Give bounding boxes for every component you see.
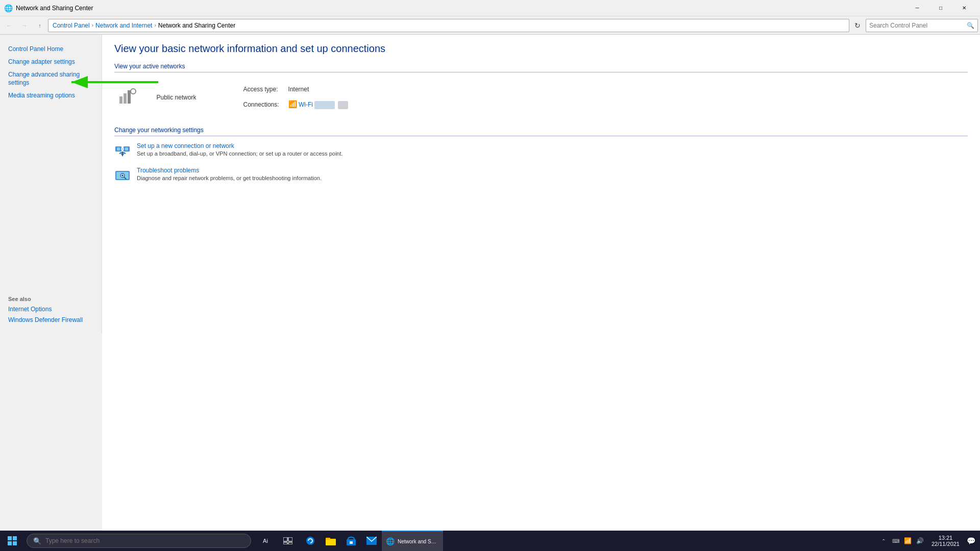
svg-rect-20 bbox=[13, 536, 17, 540]
system-tray: ⌃ ⌨ 📶 🔊 13:21 22/11/2021 💬 bbox=[874, 531, 980, 551]
svg-marker-13 bbox=[121, 154, 124, 157]
svg-rect-30 bbox=[350, 541, 353, 544]
troubleshoot-title[interactable]: Troubleshoot problems bbox=[137, 167, 322, 174]
taskbar-search[interactable]: 🔍 bbox=[27, 534, 251, 548]
cortana-button[interactable]: Ai bbox=[253, 531, 278, 551]
svg-rect-25 bbox=[283, 542, 287, 544]
svg-point-5 bbox=[131, 89, 136, 94]
tray-network[interactable]: 📶 bbox=[903, 531, 913, 551]
forward-button[interactable]: → bbox=[17, 18, 32, 33]
tray-notification[interactable]: 💬 bbox=[966, 531, 976, 551]
svg-rect-9 bbox=[125, 147, 128, 151]
windows-logo-icon bbox=[8, 536, 17, 545]
access-info-table: Access type: Internet Connections: 📶 Wi-… bbox=[238, 82, 353, 113]
connection-setup-svg bbox=[114, 142, 131, 159]
troubleshoot-content: Troubleshoot problems Diagnose and repai… bbox=[137, 167, 322, 181]
tray-volume[interactable]: 🔊 bbox=[915, 531, 925, 551]
see-also-internet-options[interactable]: Internet Options bbox=[8, 304, 93, 315]
network-icon-cell bbox=[114, 79, 153, 116]
maximize-button[interactable]: □ bbox=[929, 0, 952, 16]
taskbar-mail[interactable] bbox=[361, 531, 382, 551]
breadcrumb: Control Panel › Network and Internet › N… bbox=[48, 19, 849, 32]
content-area: View your basic network information and … bbox=[102, 35, 980, 531]
taskbar-search-input[interactable] bbox=[45, 537, 244, 544]
taskbar-app-label: Network and Sharing Center bbox=[398, 539, 438, 544]
networking-settings-header: Change your networking settings bbox=[114, 127, 968, 136]
main-layout: Control Panel Home Change adapter settin… bbox=[0, 35, 980, 531]
close-button[interactable]: ✕ bbox=[952, 0, 976, 16]
svg-rect-26 bbox=[288, 542, 292, 544]
svg-rect-4 bbox=[128, 90, 131, 104]
minimize-button[interactable]: ─ bbox=[905, 0, 929, 16]
network-type-icon bbox=[118, 87, 137, 106]
system-clock[interactable]: 13:21 22/11/2021 bbox=[927, 531, 964, 551]
sidebar-item-control-panel-home[interactable]: Control Panel Home bbox=[0, 43, 102, 56]
task-view-button[interactable] bbox=[278, 531, 298, 551]
tray-chevron[interactable]: ⌃ bbox=[878, 531, 889, 551]
svg-rect-22 bbox=[13, 541, 17, 545]
setup-connection-item: Set up a new connection or network Set u… bbox=[114, 142, 968, 159]
svg-rect-11 bbox=[121, 148, 124, 150]
troubleshoot-desc: Diagnose and repair network problems, or… bbox=[137, 175, 322, 181]
edge-icon bbox=[305, 536, 315, 546]
connections-label: Connections: bbox=[239, 97, 283, 112]
wifi-signal-icon: 📶 bbox=[288, 100, 297, 108]
tray-keyboard[interactable]: ⌨ bbox=[891, 531, 901, 551]
setup-connection-title[interactable]: Set up a new connection or network bbox=[137, 142, 343, 149]
address-bar: ← → ↑ Control Panel › Network and Intern… bbox=[0, 16, 980, 35]
access-value: Internet bbox=[284, 83, 352, 96]
connections-row: Connections: 📶 Wi-Fi bbox=[239, 97, 352, 112]
breadcrumb-controlpanel[interactable]: Control Panel bbox=[53, 22, 90, 29]
troubleshoot-item: Troubleshoot problems Diagnose and repai… bbox=[114, 167, 968, 183]
setup-connection-desc: Set up a broadband, dial-up, or VPN conn… bbox=[137, 151, 343, 157]
taskbar-network-center[interactable]: 🌐 Network and Sharing Center bbox=[382, 531, 443, 551]
task-view-icon bbox=[283, 537, 292, 544]
svg-rect-19 bbox=[8, 536, 12, 540]
breadcrumb-sep-1: › bbox=[92, 22, 93, 28]
see-also-windows-defender[interactable]: Windows Defender Firewall bbox=[8, 315, 93, 325]
taskbar-app-icon: 🌐 bbox=[386, 537, 395, 545]
file-explorer-icon bbox=[326, 536, 336, 545]
search-icon: 🔍 bbox=[967, 22, 974, 29]
wifi-action-btn bbox=[338, 101, 348, 109]
refresh-button[interactable]: ↻ bbox=[850, 18, 865, 33]
setup-connection-content: Set up a new connection or network Set u… bbox=[137, 142, 343, 157]
wifi-name-blurred bbox=[314, 101, 335, 109]
search-input[interactable] bbox=[869, 22, 967, 29]
taskbar-file-explorer[interactable] bbox=[321, 531, 341, 551]
svg-rect-24 bbox=[288, 537, 292, 541]
search-bar: 🔍 bbox=[866, 19, 978, 32]
window-controls: ─ □ ✕ bbox=[905, 0, 976, 16]
start-button[interactable] bbox=[0, 531, 24, 551]
up-button[interactable]: ↑ bbox=[33, 18, 47, 33]
setup-connection-icon bbox=[114, 142, 131, 159]
svg-rect-3 bbox=[124, 93, 127, 104]
sidebar-item-change-advanced-sharing[interactable]: Change advanced sharing settings bbox=[0, 68, 102, 90]
svg-rect-7 bbox=[117, 147, 120, 151]
network-name: Public network bbox=[153, 79, 234, 116]
window-icon: 🌐 bbox=[4, 4, 13, 12]
title-bar: 🌐 Network and Sharing Center ─ □ ✕ bbox=[0, 0, 980, 16]
wifi-link[interactable]: Wi-Fi bbox=[299, 101, 313, 108]
svg-rect-21 bbox=[8, 541, 12, 545]
network-info-table: Public network Access type: Internet Con… bbox=[114, 79, 410, 116]
taskbar-store[interactable] bbox=[341, 531, 361, 551]
breadcrumb-network-internet[interactable]: Network and Internet bbox=[95, 22, 152, 29]
sidebar-wrapper: Control Panel Home Change adapter settin… bbox=[0, 35, 102, 531]
taskbar-edge-browser[interactable] bbox=[300, 531, 321, 551]
svg-rect-2 bbox=[119, 96, 122, 104]
access-type-row: Access type: Internet bbox=[239, 83, 352, 96]
breadcrumb-sep-2: › bbox=[154, 22, 156, 28]
network-details-cell: Access type: Internet Connections: 📶 Wi-… bbox=[234, 79, 410, 116]
see-also-title: See also bbox=[8, 296, 93, 302]
taskbar-search-icon: 🔍 bbox=[33, 537, 41, 545]
page-title: View your basic network information and … bbox=[114, 43, 968, 55]
sidebar-item-change-adapter-settings[interactable]: Change adapter settings bbox=[0, 56, 102, 68]
breadcrumb-current: Network and Sharing Center bbox=[158, 22, 235, 29]
access-label: Access type: bbox=[239, 83, 283, 96]
connections-value-cell: 📶 Wi-Fi bbox=[284, 97, 352, 112]
svg-rect-23 bbox=[283, 537, 287, 541]
taskbar: 🔍 Ai bbox=[0, 531, 980, 551]
sidebar-item-media-streaming[interactable]: Media streaming options bbox=[0, 89, 102, 102]
back-button[interactable]: ← bbox=[2, 18, 16, 33]
